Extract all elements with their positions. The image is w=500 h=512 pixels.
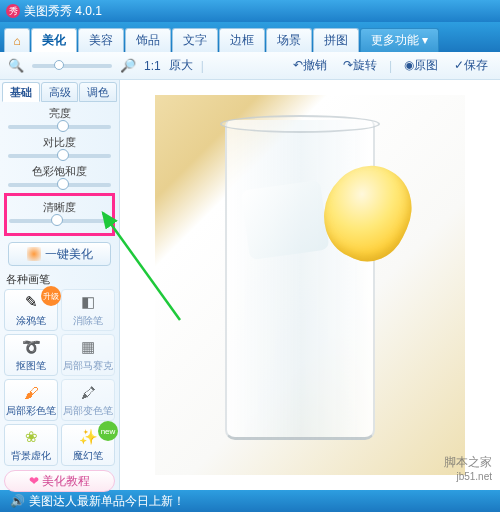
- redo-button[interactable]: ↷旋转: [339, 55, 381, 76]
- tab-more[interactable]: 更多功能 ▾: [360, 28, 439, 52]
- reset-button[interactable]: ◉原图: [400, 55, 442, 76]
- saturation-thumb[interactable]: [57, 178, 69, 190]
- eraser-icon: ◧: [78, 292, 98, 312]
- image-viewer[interactable]: [120, 80, 500, 490]
- home-icon: ⌂: [13, 34, 20, 48]
- undo-button[interactable]: ↶撤销: [289, 55, 331, 76]
- zoom-slider[interactable]: [32, 64, 112, 68]
- brush-grid: 升级 ✎ 涂鸦笔 ◧ 消除笔 ➰ 抠图笔 ▦ 局部马赛克 🖌 局部彩色笔 🖍: [2, 289, 117, 466]
- contrast-slider-block: 对比度: [8, 135, 111, 158]
- brightness-slider[interactable]: [8, 125, 111, 129]
- sharpness-thumb[interactable]: [51, 214, 63, 226]
- brightness-label: 亮度: [8, 106, 111, 121]
- recolor-icon: 🖍: [78, 382, 98, 402]
- tab-beautify[interactable]: 美化: [31, 28, 77, 52]
- saturation-slider-block: 色彩饱和度: [8, 164, 111, 187]
- glass-graphic: [225, 120, 375, 440]
- tab-frame[interactable]: 边框: [219, 28, 265, 52]
- lasso-icon: ➰: [21, 337, 41, 357]
- speaker-icon: 🔊: [10, 494, 25, 508]
- status-bar: 🔊 美图达人最新单品今日上新！: [0, 490, 500, 512]
- brush-local-color[interactable]: 🖌 局部彩色笔: [4, 379, 58, 421]
- main-tab-bar: ⌂ 美化 美容 饰品 文字 边框 场景 拼图 更多功能 ▾: [0, 22, 500, 52]
- sidebar: 基础 高级 调色 亮度 对比度 色彩饱和度 清晰度 一键美化 各种画笔 升级: [0, 80, 120, 490]
- glass-rim-graphic: [220, 115, 380, 133]
- subtab-advanced[interactable]: 高级: [41, 82, 79, 102]
- brush-doodle[interactable]: 升级 ✎ 涂鸦笔: [4, 289, 58, 331]
- status-news: 美图达人最新单品今日上新！: [29, 493, 185, 510]
- tutorial-button[interactable]: ❤ 美化教程: [4, 470, 115, 492]
- title-bar: 秀 美图秀秀 4.0.1: [0, 0, 500, 22]
- brightness-thumb[interactable]: [57, 120, 69, 132]
- zoom-in-icon[interactable]: 🔎: [120, 58, 136, 73]
- contrast-label: 对比度: [8, 135, 111, 150]
- content-area: 基础 高级 调色 亮度 对比度 色彩饱和度 清晰度 一键美化 各种画笔 升级: [0, 80, 500, 490]
- upgrade-badge-icon: 升级: [41, 286, 61, 306]
- tab-text[interactable]: 文字: [172, 28, 218, 52]
- zoom-label: 原大: [169, 57, 193, 74]
- saturation-label: 色彩饱和度: [8, 164, 111, 179]
- brush-magic[interactable]: new ✨ 魔幻笔: [61, 424, 115, 466]
- contrast-thumb[interactable]: [57, 149, 69, 161]
- one-key-label: 一键美化: [45, 246, 93, 263]
- blur-icon: ❀: [21, 427, 41, 447]
- zoom-ratio: 1:1: [144, 59, 161, 73]
- ice-graphic: [241, 180, 330, 260]
- brush-recolor[interactable]: 🖍 局部变色笔: [61, 379, 115, 421]
- tab-accessory[interactable]: 饰品: [125, 28, 171, 52]
- magic-icon: ✨: [78, 427, 98, 447]
- contrast-slider[interactable]: [8, 154, 111, 158]
- toolbar: 🔍 🔎 1:1 原大 | ↶撤销 ↷旋转 | ◉原图 ✓保存: [0, 52, 500, 80]
- sharpness-label: 清晰度: [9, 200, 110, 215]
- app-logo-icon: 秀: [6, 4, 20, 18]
- app-title: 美图秀秀 4.0.1: [24, 3, 102, 20]
- brush-section-label: 各种画笔: [6, 272, 117, 287]
- brush-blur[interactable]: ❀ 背景虚化: [4, 424, 58, 466]
- brush-mosaic[interactable]: ▦ 局部马赛克: [61, 334, 115, 376]
- brush-cutout[interactable]: ➰ 抠图笔: [4, 334, 58, 376]
- separator: |: [389, 59, 392, 73]
- tab-face[interactable]: 美容: [78, 28, 124, 52]
- mosaic-icon: ▦: [78, 337, 98, 357]
- one-key-beautify-button[interactable]: 一键美化: [8, 242, 111, 266]
- subtab-tone[interactable]: 调色: [79, 82, 117, 102]
- sub-tab-bar: 基础 高级 调色: [2, 82, 117, 102]
- brightness-slider-block: 亮度: [8, 106, 111, 129]
- subtab-basic[interactable]: 基础: [2, 82, 40, 102]
- wand-icon: [27, 247, 41, 261]
- heart-icon: ❤: [29, 474, 39, 488]
- brush-erase[interactable]: ◧ 消除笔: [61, 289, 115, 331]
- separator: |: [201, 59, 204, 73]
- zoom-thumb[interactable]: [54, 60, 64, 70]
- save-button[interactable]: ✓保存: [450, 55, 492, 76]
- new-badge-icon: new: [98, 421, 118, 441]
- color-brush-icon: 🖌: [21, 382, 41, 402]
- pencil-icon: ✎: [21, 292, 41, 312]
- sharpness-slider[interactable]: [9, 219, 110, 223]
- saturation-slider[interactable]: [8, 183, 111, 187]
- sharpness-highlight-box: 清晰度: [4, 193, 115, 236]
- tab-scene[interactable]: 场景: [266, 28, 312, 52]
- tab-collage[interactable]: 拼图: [313, 28, 359, 52]
- canvas-image: [155, 95, 465, 475]
- zoom-out-icon[interactable]: 🔍: [8, 58, 24, 73]
- home-button[interactable]: ⌂: [4, 28, 30, 52]
